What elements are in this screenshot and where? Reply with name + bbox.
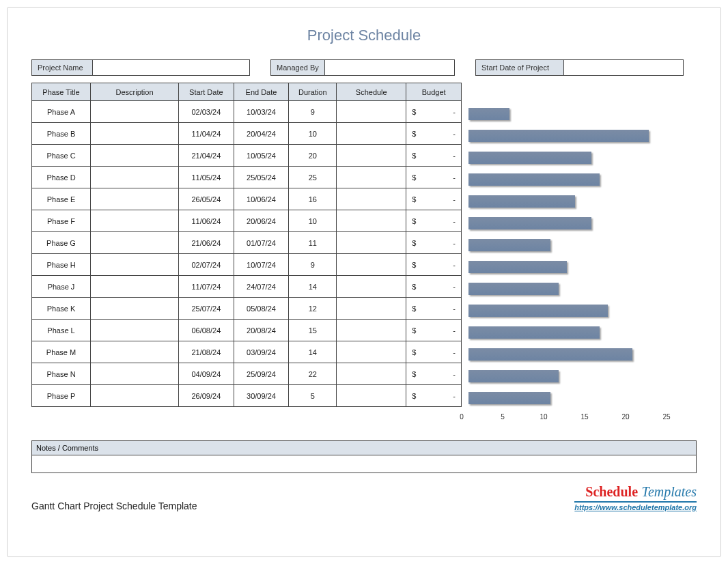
cell-schedule[interactable] — [337, 320, 406, 341]
cell-duration[interactable]: 5 — [289, 385, 337, 407]
cell-budget[interactable]: $- — [406, 341, 462, 363]
cell-end[interactable]: 20/06/24 — [234, 210, 289, 232]
cell-desc[interactable] — [91, 188, 179, 210]
cell-phase[interactable]: Phase H — [32, 254, 91, 276]
cell-end[interactable]: 10/05/24 — [234, 145, 289, 167]
cell-phase[interactable]: Phase D — [32, 167, 91, 188]
cell-start[interactable]: 21/06/24 — [179, 232, 234, 254]
cell-schedule[interactable] — [337, 145, 406, 167]
cell-desc[interactable] — [91, 145, 179, 167]
cell-schedule[interactable] — [337, 167, 406, 188]
cell-end[interactable]: 24/07/24 — [234, 276, 289, 298]
cell-budget[interactable]: $- — [406, 188, 462, 210]
cell-budget[interactable]: $- — [406, 123, 462, 145]
cell-duration[interactable]: 22 — [289, 363, 337, 385]
cell-duration[interactable]: 10 — [289, 123, 337, 145]
cell-phase[interactable]: Phase M — [32, 341, 91, 363]
notes-body[interactable] — [31, 455, 697, 473]
cell-start[interactable]: 25/07/24 — [179, 298, 234, 320]
cell-schedule[interactable] — [337, 363, 406, 385]
cell-duration[interactable]: 10 — [289, 210, 337, 232]
cell-start[interactable]: 26/09/24 — [179, 385, 234, 407]
cell-budget[interactable]: $- — [406, 210, 462, 232]
cell-desc[interactable] — [91, 276, 179, 298]
cell-desc[interactable] — [91, 341, 179, 363]
cell-desc[interactable] — [91, 320, 179, 341]
cell-duration[interactable]: 15 — [289, 320, 337, 341]
cell-start[interactable]: 21/08/24 — [179, 341, 234, 363]
cell-end[interactable]: 10/06/24 — [234, 188, 289, 210]
cell-phase[interactable]: Phase F — [32, 210, 91, 232]
cell-end[interactable]: 01/07/24 — [234, 232, 289, 254]
cell-schedule[interactable] — [337, 101, 406, 123]
cell-phase[interactable]: Phase B — [32, 123, 91, 145]
cell-schedule[interactable] — [337, 210, 406, 232]
cell-end[interactable]: 30/09/24 — [234, 385, 289, 407]
cell-start[interactable]: 06/08/24 — [179, 320, 234, 341]
cell-desc[interactable] — [91, 254, 179, 276]
cell-schedule[interactable] — [337, 123, 406, 145]
start-date-input[interactable] — [564, 59, 684, 76]
cell-start[interactable]: 02/07/24 — [179, 254, 234, 276]
managed-by-input[interactable] — [325, 59, 455, 76]
cell-phase[interactable]: Phase K — [32, 298, 91, 320]
cell-phase[interactable]: Phase C — [32, 145, 91, 167]
cell-desc[interactable] — [91, 363, 179, 385]
cell-start[interactable]: 11/06/24 — [179, 210, 234, 232]
cell-duration[interactable]: 14 — [289, 341, 337, 363]
cell-end[interactable]: 25/05/24 — [234, 167, 289, 188]
cell-duration[interactable]: 9 — [289, 254, 337, 276]
cell-schedule[interactable] — [337, 254, 406, 276]
cell-phase[interactable]: Phase N — [32, 363, 91, 385]
cell-duration[interactable]: 12 — [289, 298, 337, 320]
cell-end[interactable]: 20/04/24 — [234, 123, 289, 145]
cell-schedule[interactable] — [337, 385, 406, 407]
cell-phase[interactable]: Phase E — [32, 188, 91, 210]
cell-budget[interactable]: $- — [406, 145, 462, 167]
cell-start[interactable]: 11/05/24 — [179, 167, 234, 188]
cell-duration[interactable]: 16 — [289, 188, 337, 210]
cell-phase[interactable]: Phase P — [32, 385, 91, 407]
cell-budget[interactable]: $- — [406, 167, 462, 188]
cell-duration[interactable]: 25 — [289, 167, 337, 188]
cell-end[interactable]: 03/09/24 — [234, 341, 289, 363]
cell-end[interactable]: 25/09/24 — [234, 363, 289, 385]
cell-duration[interactable]: 11 — [289, 232, 337, 254]
cell-desc[interactable] — [91, 123, 179, 145]
cell-duration[interactable]: 9 — [289, 101, 337, 123]
cell-budget[interactable]: $- — [406, 101, 462, 123]
cell-desc[interactable] — [91, 101, 179, 123]
cell-start[interactable]: 11/04/24 — [179, 123, 234, 145]
cell-start[interactable]: 21/04/24 — [179, 145, 234, 167]
cell-phase[interactable]: Phase J — [32, 276, 91, 298]
cell-budget[interactable]: $- — [406, 320, 462, 341]
cell-start[interactable]: 11/07/24 — [179, 276, 234, 298]
cell-budget[interactable]: $- — [406, 385, 462, 407]
cell-desc[interactable] — [91, 385, 179, 407]
cell-budget[interactable]: $- — [406, 363, 462, 385]
cell-end[interactable]: 20/08/24 — [234, 320, 289, 341]
cell-start[interactable]: 02/03/24 — [179, 101, 234, 123]
cell-start[interactable]: 26/05/24 — [179, 188, 234, 210]
cell-budget[interactable]: $- — [406, 254, 462, 276]
cell-schedule[interactable] — [337, 232, 406, 254]
cell-start[interactable]: 04/09/24 — [179, 363, 234, 385]
cell-duration[interactable]: 14 — [289, 276, 337, 298]
cell-desc[interactable] — [91, 232, 179, 254]
cell-phase[interactable]: Phase A — [32, 101, 91, 123]
cell-end[interactable]: 10/03/24 — [234, 101, 289, 123]
cell-budget[interactable]: $- — [406, 276, 462, 298]
cell-end[interactable]: 05/08/24 — [234, 298, 289, 320]
project-name-input[interactable] — [93, 59, 250, 76]
cell-budget[interactable]: $- — [406, 298, 462, 320]
cell-desc[interactable] — [91, 167, 179, 188]
cell-schedule[interactable] — [337, 298, 406, 320]
cell-budget[interactable]: $- — [406, 232, 462, 254]
cell-end[interactable]: 10/07/24 — [234, 254, 289, 276]
cell-phase[interactable]: Phase L — [32, 320, 91, 341]
cell-desc[interactable] — [91, 298, 179, 320]
cell-schedule[interactable] — [337, 276, 406, 298]
cell-schedule[interactable] — [337, 188, 406, 210]
cell-phase[interactable]: Phase G — [32, 232, 91, 254]
cell-desc[interactable] — [91, 210, 179, 232]
